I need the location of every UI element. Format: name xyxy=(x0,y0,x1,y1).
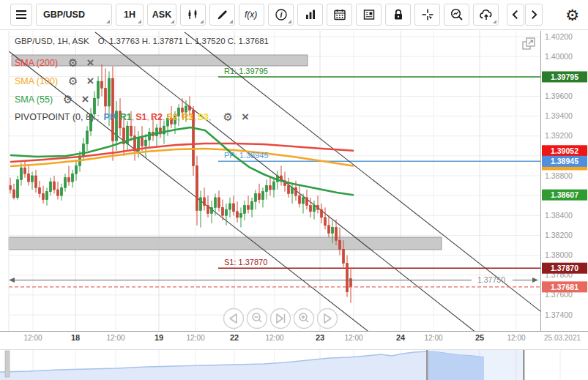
symbol-label: GBP/USD xyxy=(43,10,85,20)
navigator-strip[interactable] xyxy=(0,350,588,380)
svg-text:25: 25 xyxy=(475,333,484,342)
svg-text:19: 19 xyxy=(155,333,163,342)
zoom-graph-button[interactable] xyxy=(444,4,469,26)
svg-text:1.38800: 1.38800 xyxy=(545,171,573,180)
pivot-line-label-r1: R1: 1.39795 xyxy=(224,67,268,75)
pivot-label: PIVOTPOINT (0, 8) xyxy=(15,112,94,122)
draw-button[interactable] xyxy=(209,4,235,26)
price-alert-line[interactable]: 1.37750 xyxy=(9,275,538,284)
svg-text:1.38607: 1.38607 xyxy=(551,190,578,199)
svg-text:1.37750: 1.37750 xyxy=(477,275,505,284)
indicator-settings-gear-icon[interactable]: ⚙ xyxy=(68,75,78,86)
navigator-scrollbar[interactable] xyxy=(5,351,10,377)
indicator-remove-icon[interactable]: × xyxy=(242,111,249,123)
x-axis-labels: 12:001812:001912:002212:002312:002412:00… xyxy=(23,333,525,342)
cloud-upload-icon xyxy=(479,7,494,22)
info-icon: i xyxy=(274,7,289,22)
pivot-separator: : xyxy=(97,112,99,122)
pivot-level-r1: R1 xyxy=(120,112,134,122)
pivot-level-s1: S1 xyxy=(135,112,149,122)
magnifier-chart-icon xyxy=(450,7,464,22)
svg-text:1.38945: 1.38945 xyxy=(551,157,578,165)
svg-text:12:00: 12:00 xyxy=(23,334,42,342)
indicator-row-pivotpoint: PIVOTPOINT (0, 8) : PP R1 S1 R2 S2 R3 S3… xyxy=(15,111,249,123)
cloud-upload-button[interactable] xyxy=(473,4,499,26)
svg-text:24: 24 xyxy=(396,333,406,342)
chevron-right-icon xyxy=(527,8,540,21)
zoom-in-button[interactable] xyxy=(294,309,314,329)
dropdown-corner-icon xyxy=(200,20,204,23)
indicators-button[interactable] xyxy=(180,4,206,26)
svg-text:f(x): f(x) xyxy=(245,10,257,20)
price-type-selector[interactable]: ASK xyxy=(147,4,176,26)
navigator-area xyxy=(0,351,484,380)
zoom-out-button[interactable] xyxy=(248,309,267,329)
pivot-level-r3: R3 xyxy=(182,112,196,122)
navigator-handle-right[interactable] xyxy=(523,350,525,380)
expand-chart-button[interactable] xyxy=(523,38,535,49)
news-panel-icon xyxy=(362,7,376,22)
price-type-label: ASK xyxy=(152,10,171,20)
pivot-level-r2: R2 xyxy=(151,112,165,122)
svg-text:1.39795: 1.39795 xyxy=(551,72,578,81)
indicators-icon xyxy=(186,7,201,22)
news-button[interactable] xyxy=(356,4,382,26)
skip-to-end-button[interactable] xyxy=(271,309,291,329)
back-button[interactable] xyxy=(507,4,524,26)
calendar-button[interactable] xyxy=(327,4,352,26)
svg-text:1.38400: 1.38400 xyxy=(545,211,573,220)
pivot-level-pp: PP xyxy=(104,112,119,122)
chevron-left-icon xyxy=(509,8,522,21)
svg-text:1.37681: 1.37681 xyxy=(551,283,578,291)
indicator-remove-icon[interactable]: × xyxy=(82,93,89,105)
volume-button[interactable] xyxy=(297,4,323,26)
dropdown-corner-icon xyxy=(493,20,496,23)
indicator-remove-icon[interactable]: × xyxy=(87,75,94,87)
indicator-label: SMA (100) xyxy=(15,76,58,86)
step-forward-button[interactable] xyxy=(318,309,338,329)
trading-chart-app: GBP/USD 1H ASK f(x) i xyxy=(0,0,588,380)
indicator-remove-icon[interactable]: × xyxy=(87,56,94,69)
pivot-line-label-pp: PP: 1.38945 xyxy=(224,151,269,160)
toolbar: GBP/USD 1H ASK f(x) i xyxy=(0,0,588,30)
calendar-icon xyxy=(332,7,347,22)
pivot-line-label-s1: S1: 1.37870 xyxy=(224,258,267,267)
formula-icon: f(x) xyxy=(243,7,261,22)
svg-text:12:00: 12:00 xyxy=(265,334,283,342)
crosshair-icon xyxy=(420,7,435,22)
pivot-level-s2: S2 xyxy=(167,112,181,122)
settings-gear-icon[interactable]: ⚙ xyxy=(562,6,582,24)
timeframe-selector[interactable]: 1H xyxy=(116,4,144,26)
pivot-level-s3: S3 xyxy=(198,112,212,122)
navigator-handle-left[interactable] xyxy=(426,350,428,380)
dropdown-corner-icon xyxy=(106,20,110,23)
svg-text:18: 18 xyxy=(71,333,80,342)
svg-text:12:00: 12:00 xyxy=(344,334,362,342)
indicator-settings-gear-icon[interactable]: ⚙ xyxy=(223,111,233,122)
price-marker-badges: 1.397951.390521.389451.386071.378701.376… xyxy=(542,71,587,292)
menu-button[interactable] xyxy=(10,4,32,26)
svg-text:1.39052: 1.39052 xyxy=(551,146,578,155)
svg-text:22: 22 xyxy=(230,333,239,342)
svg-text:1.38200: 1.38200 xyxy=(545,231,573,239)
svg-text:12:00: 12:00 xyxy=(106,334,124,342)
symbol-selector[interactable]: GBP/USD xyxy=(36,4,112,26)
step-back-button[interactable] xyxy=(224,309,244,329)
dropdown-corner-icon xyxy=(138,20,141,23)
forward-button[interactable] xyxy=(525,4,543,26)
chart-nav-buttons xyxy=(224,309,338,329)
indicator-settings-gear-icon[interactable]: ⚙ xyxy=(63,94,72,105)
indicator-label: SMA (55) xyxy=(15,94,53,105)
legend-ohlc-values: O. 1.37763 H. 1.37871 L. 1.37520 C. 1.37… xyxy=(98,37,269,45)
indicator-settings-gear-icon[interactable]: ⚙ xyxy=(68,57,78,68)
svg-text:12:00: 12:00 xyxy=(507,334,525,342)
chart-legend: GBP/USD, 1H, ASKO. 1.37763 H. 1.37871 L.… xyxy=(15,37,269,45)
svg-text:25.03.2021: 25.03.2021 xyxy=(544,334,581,342)
crosshair-button[interactable] xyxy=(414,4,440,26)
svg-text:1.39200: 1.39200 xyxy=(545,131,573,140)
volume-bars-icon xyxy=(303,7,318,22)
lock-button[interactable] xyxy=(385,4,411,26)
formula-button[interactable]: f(x) xyxy=(239,4,264,26)
legend-instrument: GBP/USD, 1H, ASK xyxy=(15,37,89,45)
info-button[interactable]: i xyxy=(268,4,294,26)
